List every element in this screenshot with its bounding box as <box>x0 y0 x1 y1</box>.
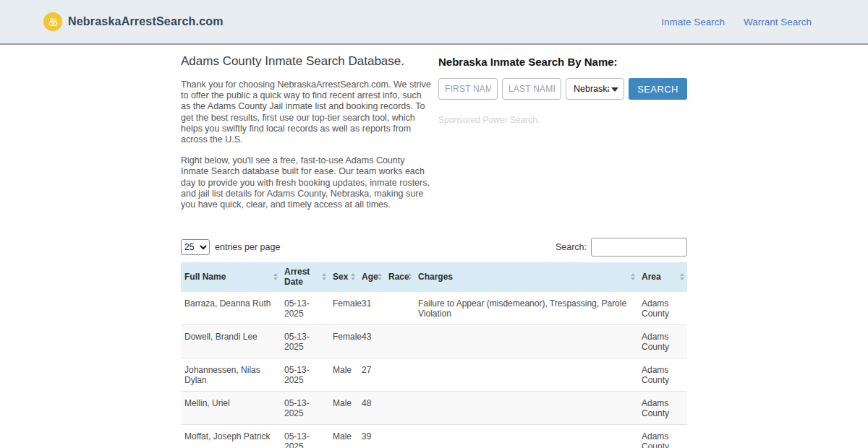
cell-arrest-date: 05-13-2025 <box>281 425 329 448</box>
cell-sex: Male <box>329 425 358 448</box>
cell-sex: Male <box>329 358 358 392</box>
table-row: Johannessen, Nilas Dylan05-13-2025Male27… <box>181 358 687 392</box>
nav-inmate-search[interactable]: Inmate Search <box>661 17 725 27</box>
cell-charges <box>414 358 638 392</box>
cell-arrest-date: 05-13-2025 <box>281 392 329 425</box>
cell-age: 39 <box>358 425 385 448</box>
table-row: Dowell, Brandi Lee05-13-2025Female43Adam… <box>181 325 687 358</box>
table-search-group: Search: <box>556 238 687 257</box>
sort-arrows-icon <box>631 273 635 280</box>
handcuffs-icon <box>43 12 62 31</box>
cell-area: Adams County <box>638 392 687 425</box>
cell-race <box>385 392 414 425</box>
inmate-table-head: Full NameArrest DateSexAgeRaceChargesAre… <box>181 262 687 292</box>
nav-warrant-search[interactable]: Warrant Search <box>744 17 812 27</box>
cell-charges <box>414 425 638 448</box>
cell-charges <box>414 325 638 358</box>
column-label: Age <box>362 272 378 282</box>
table-search-input[interactable] <box>591 238 687 257</box>
sort-arrows-icon <box>680 273 684 280</box>
sort-arrows-icon <box>407 273 412 280</box>
cell-age: 48 <box>358 392 385 425</box>
cell-area: Adams County <box>638 358 687 392</box>
table-search-label: Search: <box>556 242 587 252</box>
top-nav: Inmate Search Warrant Search <box>661 17 812 27</box>
column-label: Area <box>642 272 661 282</box>
cell-race <box>385 292 414 325</box>
state-select-wrap: Nebraska <box>566 78 624 100</box>
main-content: Adams County Inmate Search Database. Tha… <box>181 54 687 448</box>
column-header-charges[interactable]: Charges <box>414 262 638 292</box>
column-header-arrest-date[interactable]: Arrest Date <box>281 262 329 292</box>
cell-race <box>385 358 414 392</box>
column-label: Charges <box>418 272 453 282</box>
page-size-group: 25 entries per page <box>181 239 280 255</box>
cell-full-name: Johannessen, Nilas Dylan <box>181 358 281 392</box>
column-header-race[interactable]: Race <box>385 262 414 292</box>
column-label: Sex <box>333 272 348 282</box>
state-select[interactable]: Nebraska <box>566 78 624 100</box>
inmate-table-body: Barraza, Deanna Ruth05-13-2025Female31Fa… <box>181 292 687 448</box>
cell-race <box>385 425 414 448</box>
cell-charges: Failure to Appear (misdemeanor), Trespas… <box>414 292 638 325</box>
brand-name: NebraskaArrestSearch.com <box>68 15 224 28</box>
column-label: Arrest Date <box>284 267 310 287</box>
cell-age: 27 <box>358 358 385 392</box>
column-header-area[interactable]: Area <box>638 262 687 292</box>
table-head-row: Full NameArrest DateSexAgeRaceChargesAre… <box>181 262 687 292</box>
intro-section: Adams County Inmate Search Database. Tha… <box>181 54 433 220</box>
cell-age: 31 <box>358 292 385 325</box>
sponsored-note: Sponsored Power Search. <box>438 115 687 125</box>
cell-area: Adams County <box>638 292 687 325</box>
cell-age: 43 <box>358 325 385 358</box>
sort-arrows-icon <box>378 273 382 280</box>
sort-arrows-icon <box>322 273 326 280</box>
column-header-full-name[interactable]: Full Name <box>181 262 281 292</box>
column-label: Full Name <box>184 272 226 282</box>
cell-race <box>385 325 414 358</box>
page-title: Adams County Inmate Search Database. <box>181 54 433 69</box>
cell-full-name: Barraza, Deanna Ruth <box>181 292 281 325</box>
cell-charges <box>414 392 638 425</box>
table-row: Mellin, Uriel05-13-2025Male48Adams Count… <box>181 392 687 425</box>
sort-arrows-icon <box>351 273 355 280</box>
first-name-field[interactable] <box>438 78 498 100</box>
search-form-section: Nebraska Inmate Search By Name: Nebraska… <box>438 54 687 220</box>
table-row: Barraza, Deanna Ruth05-13-2025Female31Fa… <box>181 292 687 325</box>
cell-sex: Female <box>329 325 358 358</box>
cell-full-name: Mellin, Uriel <box>181 392 281 425</box>
sort-arrows-icon <box>273 273 278 280</box>
entries-per-page-label: entries per page <box>215 242 280 252</box>
cell-arrest-date: 05-13-2025 <box>281 325 329 358</box>
cell-area: Adams County <box>638 425 687 448</box>
intro-paragraph-2: Right below, you'll see a free, fast-to-… <box>181 155 433 210</box>
table-controls: 25 entries per page Search: <box>181 238 687 257</box>
table-row: Moffat, Joseph Patrick05-13-2025Male39Ad… <box>181 425 687 448</box>
cell-sex: Female <box>329 292 358 325</box>
cell-area: Adams County <box>638 325 687 358</box>
cell-sex: Male <box>329 392 358 425</box>
column-label: Race <box>388 272 409 282</box>
search-form-title: Nebraska Inmate Search By Name: <box>438 56 687 68</box>
inmate-table: Full NameArrest DateSexAgeRaceChargesAre… <box>181 262 687 448</box>
intro-paragraph-1: Thank you for choosing NebraskaArrestSea… <box>181 79 433 145</box>
search-button[interactable]: SEARCH <box>629 78 687 100</box>
last-name-field[interactable] <box>502 78 561 100</box>
cell-full-name: Dowell, Brandi Lee <box>181 325 281 358</box>
page-size-select[interactable]: 25 <box>181 239 210 255</box>
cell-arrest-date: 05-13-2025 <box>281 292 329 325</box>
site-header: NebraskaArrestSearch.com Inmate Search W… <box>0 0 868 45</box>
inmate-name-search-form: Nebraska SEARCH <box>438 78 687 100</box>
column-header-sex[interactable]: Sex <box>329 262 358 292</box>
column-header-age[interactable]: Age <box>358 262 385 292</box>
cell-arrest-date: 05-13-2025 <box>281 358 329 392</box>
cell-full-name: Moffat, Joseph Patrick <box>181 425 281 448</box>
brand[interactable]: NebraskaArrestSearch.com <box>43 12 224 31</box>
